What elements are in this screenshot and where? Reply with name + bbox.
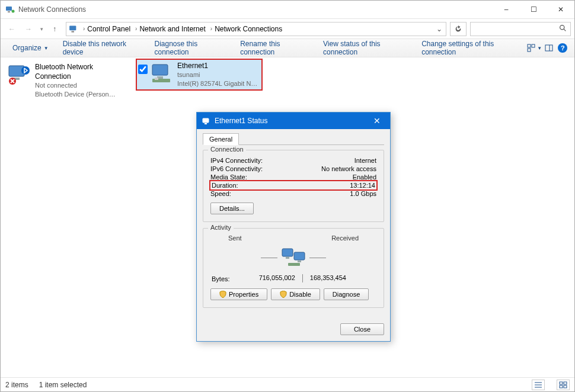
crumb-root[interactable]: ›Control Panel: [81, 23, 133, 36]
dialog-titlebar[interactable]: Ethernet1 Status ✕: [197, 113, 390, 129]
up-button[interactable]: ↑: [47, 21, 62, 37]
properties-button[interactable]: Properties: [210, 288, 267, 300]
ipv6-label: IPv6 Connectivity:: [210, 165, 263, 172]
svg-point-5: [560, 25, 564, 29]
breadcrumb-dropdown[interactable]: ⌄: [434, 25, 445, 33]
svg-rect-34: [298, 261, 301, 262]
dialog-close-button[interactable]: ✕: [369, 113, 385, 129]
status-item-count: 2 items: [5, 381, 28, 389]
svg-rect-28: [564, 385, 567, 388]
shield-icon: [219, 291, 226, 298]
activity-group-legend: Activity: [208, 224, 234, 231]
help-button[interactable]: ?: [556, 40, 570, 56]
breadcrumb[interactable]: ›Control Panel ›Network and Internet ›Ne…: [66, 22, 446, 36]
command-bar: Organize▼ Disable this network device Di…: [1, 38, 574, 57]
crumb-mid[interactable]: ›Network and Internet: [133, 23, 208, 36]
svg-rect-9: [528, 49, 531, 52]
large-icons-view-button[interactable]: [557, 380, 570, 390]
svg-rect-3: [69, 25, 76, 30]
svg-rect-8: [532, 44, 535, 47]
search-input[interactable]: [470, 22, 571, 36]
svg-rect-1: [8, 11, 10, 12]
activity-group: Activity Sent Received: [203, 228, 384, 308]
connection-name: Bluetooth Network Connection: [35, 62, 127, 81]
svg-rect-33: [294, 252, 305, 260]
minimize-button[interactable]: –: [493, 1, 520, 18]
connection-group: Connection IPv4 Connectivity:Internet IP…: [203, 150, 384, 222]
ethernet-status-dialog: Ethernet1 Status ✕ General Connection IP…: [196, 112, 391, 342]
duration-label: Duration:: [210, 181, 239, 189]
dialog-title: Ethernet1 Status: [215, 117, 267, 125]
received-label: Received: [331, 234, 359, 242]
maximize-button[interactable]: ☐: [520, 1, 547, 18]
speed-label: Speed:: [210, 190, 231, 197]
connection-name: Ethernet1: [177, 61, 260, 70]
rename-connection-cmd[interactable]: Rename this connection: [233, 39, 316, 57]
svg-point-15: [21, 66, 30, 75]
forward-button[interactable]: →: [21, 21, 36, 37]
status-selected-count: 1 item selected: [39, 381, 87, 389]
connection-device: Intel(R) 82574L Gigabit Netwo...: [177, 79, 260, 88]
close-dialog-button[interactable]: Close: [340, 323, 384, 335]
sent-label: Sent: [228, 234, 242, 242]
change-settings-cmd[interactable]: Change settings of this connection: [414, 39, 526, 57]
network-connections-icon: [5, 5, 15, 14]
svg-rect-17: [152, 65, 168, 75]
view-status-cmd[interactable]: View status of this connection: [316, 39, 414, 57]
svg-rect-27: [560, 385, 563, 388]
bytes-label: Bytes:: [212, 275, 230, 282]
duration-value: 13:12:14: [349, 181, 376, 189]
crumb-leaf[interactable]: ›Network Connections: [208, 23, 285, 36]
statusbar: 2 items 1 item selected: [1, 377, 574, 391]
svg-rect-32: [286, 257, 289, 259]
dialog-tabs: General: [203, 133, 384, 145]
details-view-button[interactable]: [532, 380, 545, 390]
disable-device-cmd[interactable]: Disable this network device: [56, 39, 148, 57]
svg-rect-26: [564, 382, 567, 384]
ipv4-label: IPv4 Connectivity:: [210, 157, 263, 164]
svg-rect-7: [528, 44, 531, 47]
change-view-button[interactable]: ▼: [526, 40, 542, 56]
details-button[interactable]: Details...: [210, 203, 254, 214]
diagnose-connection-cmd[interactable]: Diagnose this connection: [148, 39, 234, 57]
window-title: Network Connections: [18, 5, 493, 14]
svg-line-6: [564, 29, 566, 31]
svg-rect-35: [288, 263, 300, 266]
media-state-label: Media State:: [210, 173, 247, 181]
ipv6-value: No network access: [321, 165, 376, 172]
svg-rect-4: [72, 31, 75, 32]
ipv4-value: Internet: [354, 157, 376, 164]
connection-item-ethernet1[interactable]: Ethernet1 tsunami Intel(R) 82574L Gigabi…: [136, 59, 263, 91]
recent-locations-dropdown[interactable]: ▾: [37, 21, 46, 37]
ethernet-icon: [202, 117, 210, 125]
svg-rect-21: [155, 78, 158, 80]
adapter-icon: [8, 62, 31, 86]
bytes-received: 168,353,454: [305, 274, 375, 282]
connection-status: Not connected: [35, 81, 118, 90]
diagnose-button[interactable]: Diagnose: [324, 288, 369, 300]
svg-rect-25: [560, 382, 563, 384]
svg-rect-29: [203, 118, 209, 123]
addressbar: ← → ▾ ↑ ›Control Panel ›Network and Inte…: [1, 18, 574, 38]
media-state-value: Enabled: [353, 173, 376, 181]
connection-item-bluetooth[interactable]: Bluetooth Network Connection Not connect…: [5, 60, 130, 101]
connection-group-legend: Connection: [208, 146, 246, 153]
refresh-button[interactable]: [450, 22, 467, 36]
back-button[interactable]: ←: [4, 21, 20, 37]
connection-checkbox[interactable]: [138, 65, 148, 74]
preview-pane-button[interactable]: [542, 40, 555, 56]
disable-button[interactable]: Disable: [271, 288, 320, 300]
svg-rect-10: [545, 45, 552, 51]
connection-status: tsunami: [177, 70, 260, 79]
svg-rect-30: [205, 123, 207, 124]
network-connections-icon: [69, 24, 79, 34]
connection-device: Bluetooth Device (Personal Ar...: [35, 90, 118, 99]
activity-computers-icon: [281, 246, 306, 269]
titlebar: Network Connections – ☐ ✕: [1, 1, 574, 18]
close-button[interactable]: ✕: [547, 1, 574, 18]
svg-point-2: [12, 10, 15, 13]
organize-menu[interactable]: Organize▼: [5, 39, 56, 57]
shield-icon: [280, 291, 287, 298]
bytes-sent: 716,055,002: [230, 274, 300, 282]
tab-general[interactable]: General: [203, 133, 239, 145]
